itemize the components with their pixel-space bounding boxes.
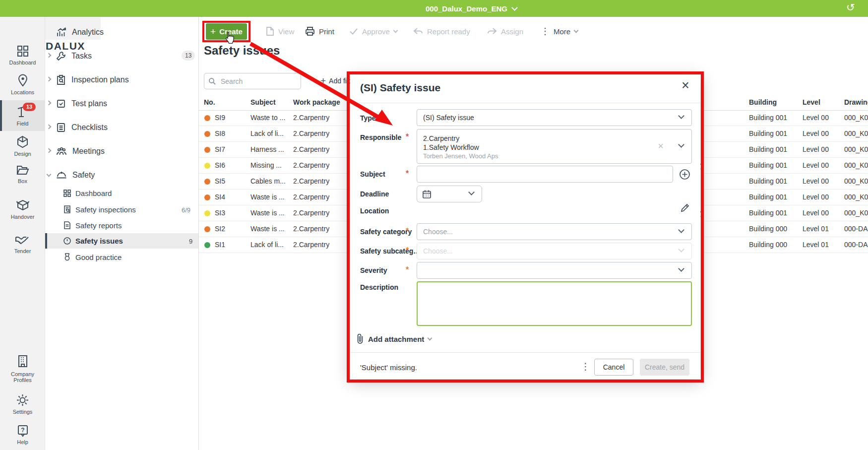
status-dot-icon xyxy=(204,194,210,200)
pencil-icon[interactable] xyxy=(680,203,690,213)
plus-icon: + xyxy=(320,77,326,84)
sidebar-item-safety-dashboard[interactable]: Dashboard xyxy=(63,189,112,197)
column-header-level[interactable]: Level xyxy=(803,98,820,106)
cell-level: Level 01 xyxy=(803,225,829,233)
project-selector[interactable]: 000_Dalux_Demo_ENG xyxy=(335,0,608,17)
more-button[interactable]: ⋮ More xyxy=(541,23,578,40)
cell-work-package: 2.Carpentry xyxy=(293,145,329,153)
cell-subject: Waste to ... xyxy=(250,114,285,122)
cube-icon xyxy=(16,135,29,149)
column-header-no[interactable]: No. xyxy=(204,98,215,106)
cell-subject: Waste is ... xyxy=(250,225,285,233)
subject-input[interactable] xyxy=(417,166,673,183)
view-button[interactable]: View xyxy=(266,23,294,40)
kebab-icon[interactable]: ⋮ xyxy=(581,361,590,372)
cell-level: Level 01 xyxy=(803,241,829,249)
building-icon xyxy=(16,354,29,368)
cell-subject: Waste is ... xyxy=(250,209,285,217)
rail-item-settings[interactable]: Settings xyxy=(0,393,45,415)
deadline-picker[interactable] xyxy=(417,186,482,202)
cancel-button[interactable]: Cancel xyxy=(594,359,633,376)
type-select[interactable]: (SI) Safety issue xyxy=(417,109,692,126)
exclamation-circle-icon xyxy=(63,237,71,245)
clear-icon[interactable]: × xyxy=(658,141,664,151)
arrow-undo-icon xyxy=(413,27,423,35)
dalux-app: 000_Dalux_Demo_ENG ↺ DALUX Dashboard Loc… xyxy=(0,0,868,450)
analytics-chart-icon xyxy=(56,27,67,38)
rail-item-dashboard[interactable]: Dashboard xyxy=(0,45,45,65)
chevron-down-icon xyxy=(574,28,579,33)
column-header-building[interactable]: Building xyxy=(749,98,777,106)
top-bar: 000_Dalux_Demo_ENG ↺ xyxy=(0,0,868,17)
column-header-work-package[interactable]: Work package xyxy=(293,98,340,106)
rail-item-design[interactable]: Design xyxy=(0,135,45,157)
dialog-footer-divider xyxy=(350,352,700,353)
sidebar-item-safety[interactable]: Safety xyxy=(47,170,95,181)
status-dot-icon xyxy=(204,147,210,153)
safety-category-select[interactable]: Choose... xyxy=(417,223,692,240)
column-header-subject[interactable]: Subject xyxy=(250,98,276,106)
rail-item-box[interactable]: Box xyxy=(0,164,45,184)
search-input[interactable] xyxy=(220,77,296,86)
sidebar-item-checklists[interactable]: Checklists xyxy=(47,122,108,133)
cell-building: Building 001 xyxy=(749,193,787,201)
cell-level: Level 00 xyxy=(803,209,829,217)
close-icon[interactable]: × xyxy=(682,79,689,92)
sidebar-item-safety-inspections[interactable]: Safety inspections xyxy=(63,205,136,214)
page-icon xyxy=(266,26,274,36)
chevron-down-icon xyxy=(678,265,684,272)
severity-select[interactable] xyxy=(417,262,692,279)
create-send-button[interactable]: Create, send xyxy=(640,359,689,376)
responsible-select[interactable]: 2.Carpentry 1.Safety Workflow Torben Jen… xyxy=(417,129,692,164)
chevron-right-icon xyxy=(47,76,52,81)
sidebar-item-safety-reports[interactable]: Safety reports xyxy=(63,221,122,230)
responsible-label: Responsible xyxy=(360,133,401,141)
required-marker: * xyxy=(406,265,409,274)
approve-button[interactable]: Approve xyxy=(349,23,397,40)
sidebar-item-safety-issues[interactable]: Safety issues xyxy=(63,237,123,245)
cell-work-package: 2.Carpentry xyxy=(293,225,329,233)
cell-subject: Cables m... xyxy=(250,177,286,185)
chevron-right-icon xyxy=(47,124,52,129)
cell-work-package: 2.Carpentry xyxy=(293,241,329,249)
cell-drawing: 000_K0 xyxy=(844,129,868,137)
status-dot-icon xyxy=(204,226,210,232)
description-textarea[interactable] xyxy=(417,281,692,326)
sidebar-item-inspection-plans[interactable]: Inspection plans xyxy=(47,74,129,85)
print-button[interactable]: Print xyxy=(305,23,334,40)
cell-work-package: 2.Carpentry xyxy=(293,177,329,185)
rail-item-handover[interactable]: Handover xyxy=(0,198,45,220)
cell-work-package: 2.Carpentry xyxy=(293,209,329,217)
status-dot-icon xyxy=(204,115,210,121)
circle-plus-icon[interactable] xyxy=(679,169,690,180)
sidebar-item-analytics[interactable]: Analytics xyxy=(56,27,104,38)
cell-no: SI6 xyxy=(215,161,225,169)
sidebar-item-good-practice[interactable]: Good practice xyxy=(63,253,122,261)
status-dot-icon xyxy=(204,210,210,216)
list-icon xyxy=(56,122,66,133)
history-icon[interactable]: ↺ xyxy=(846,1,855,13)
search-icon xyxy=(208,77,216,85)
rail-item-help[interactable]: ? Help xyxy=(0,424,45,445)
column-header-drawing[interactable]: Drawing xyxy=(844,98,868,106)
rail-item-company-profiles[interactable]: Company Profiles xyxy=(0,354,45,383)
page-title: Safety issues xyxy=(204,44,280,58)
sidebar-item-tasks[interactable]: Tasks xyxy=(47,51,92,62)
add-attachment-button[interactable]: Add attachment xyxy=(356,333,432,344)
cell-building: Building 000 xyxy=(749,225,787,233)
dashboard-grid-icon xyxy=(16,45,29,58)
cell-drawing: 000-DA xyxy=(844,225,868,233)
report-ready-button[interactable]: Report ready xyxy=(413,23,470,40)
assign-button[interactable]: Assign xyxy=(487,23,523,40)
required-marker: * xyxy=(406,246,409,255)
cell-drawing: 000_K0 xyxy=(844,193,868,201)
rail-item-locations[interactable]: Locations xyxy=(0,73,45,95)
sidebar-item-meetings[interactable]: Meetings xyxy=(47,146,105,157)
cell-subject: Harness ... xyxy=(250,145,284,153)
chevron-down-icon xyxy=(47,172,52,177)
sidebar-item-test-plans[interactable]: Test plans xyxy=(47,98,107,109)
search-box[interactable] xyxy=(204,73,301,89)
cell-drawing: 000_K0 xyxy=(844,177,868,185)
cell-work-package: 2.Carpentry xyxy=(293,161,329,169)
rail-item-tender[interactable]: Tender xyxy=(0,234,45,254)
